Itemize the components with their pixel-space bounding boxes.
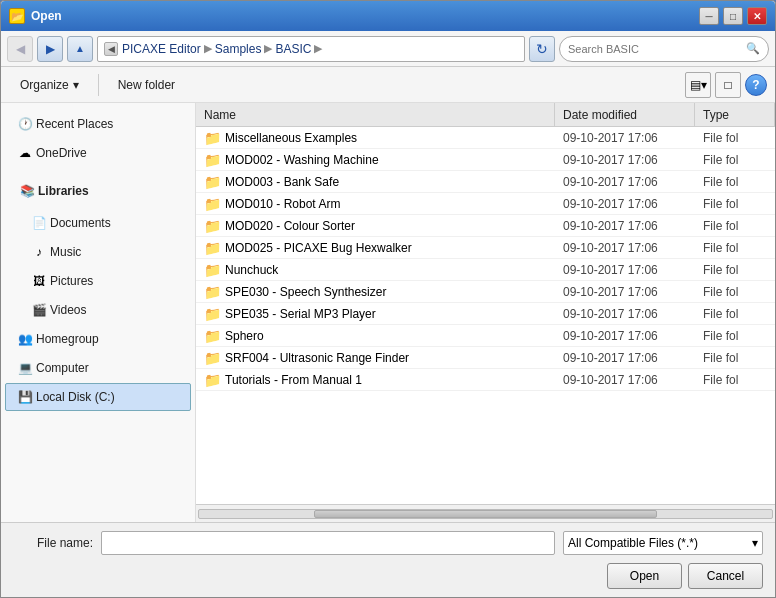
column-name-header[interactable]: Name <box>196 103 555 126</box>
sidebar-item-onedrive[interactable]: ☁ OneDrive <box>5 139 191 167</box>
folder-icon: 📁 <box>204 284 221 300</box>
minimize-button[interactable]: ─ <box>699 7 719 25</box>
table-row[interactable]: 📁 SPE030 - Speech Synthesizer 09-10-2017… <box>196 281 775 303</box>
breadcrumb-item-picaxe[interactable]: PICAXE Editor <box>122 42 201 56</box>
open-label: Open <box>630 569 659 583</box>
file-type-cell: File fol <box>695 131 775 145</box>
sidebar-item-libraries[interactable]: 📚 Libraries <box>15 177 181 205</box>
table-row[interactable]: 📁 Miscellaneous Examples 09-10-2017 17:0… <box>196 127 775 149</box>
back-button[interactable]: ◀ <box>7 36 33 62</box>
table-row[interactable]: 📁 Sphero 09-10-2017 17:06 File fol <box>196 325 775 347</box>
toolbar-divider <box>98 74 99 96</box>
file-name-text: MOD020 - Colour Sorter <box>225 219 355 233</box>
sidebar-item-music[interactable]: ♪ Music <box>5 238 191 266</box>
breadcrumb[interactable]: ◀ PICAXE Editor ▶ Samples ▶ BASIC ▶ <box>97 36 525 62</box>
organize-button[interactable]: Organize ▾ <box>9 71 90 99</box>
sidebar-item-label: Recent Places <box>36 117 113 131</box>
pictures-icon: 🖼 <box>28 272 50 290</box>
title-bar: 📂 Open ─ □ ✕ <box>1 1 775 31</box>
file-name-text: MOD002 - Washing Machine <box>225 153 379 167</box>
sidebar-item-label: Homegroup <box>36 332 99 346</box>
sidebar-item-local-disk[interactable]: 💾 Local Disk (C:) <box>5 383 191 411</box>
file-name-cell: 📁 SPE030 - Speech Synthesizer <box>196 284 555 300</box>
h-scroll-thumb[interactable] <box>314 510 658 518</box>
table-row[interactable]: 📁 MOD010 - Robot Arm 09-10-2017 17:06 Fi… <box>196 193 775 215</box>
homegroup-icon: 👥 <box>14 330 36 348</box>
folder-icon: 📁 <box>204 218 221 234</box>
breadcrumb-label: Samples <box>215 42 262 56</box>
table-row[interactable]: 📁 MOD003 - Bank Safe 09-10-2017 17:06 Fi… <box>196 171 775 193</box>
preview-button[interactable]: □ <box>715 72 741 98</box>
table-row[interactable]: 📁 SPE035 - Serial MP3 Player 09-10-2017 … <box>196 303 775 325</box>
filename-label: File name: <box>13 536 93 550</box>
view-icon: ▤ <box>690 78 701 92</box>
dialog-title: Open <box>31 9 699 23</box>
cancel-button[interactable]: Cancel <box>688 563 763 589</box>
table-row[interactable]: 📁 Nunchuck 09-10-2017 17:06 File fol <box>196 259 775 281</box>
help-button[interactable]: ? <box>745 74 767 96</box>
open-button[interactable]: Open <box>607 563 682 589</box>
file-name-cell: 📁 SPE035 - Serial MP3 Player <box>196 306 555 322</box>
breadcrumb-sep-3: ▶ <box>314 42 322 55</box>
table-row[interactable]: 📁 MOD020 - Colour Sorter 09-10-2017 17:0… <box>196 215 775 237</box>
close-button[interactable]: ✕ <box>747 7 767 25</box>
table-row[interactable]: 📁 SRF004 - Ultrasonic Range Finder 09-10… <box>196 347 775 369</box>
breadcrumb-sep-1: ▶ <box>204 42 212 55</box>
local-disk-icon: 💾 <box>14 388 36 406</box>
file-name-cell: 📁 MOD025 - PICAXE Bug Hexwalker <box>196 240 555 256</box>
file-name-cell: 📁 Miscellaneous Examples <box>196 130 555 146</box>
file-date-cell: 09-10-2017 17:06 <box>555 241 695 255</box>
file-type-cell: File fol <box>695 197 775 211</box>
search-icon[interactable]: 🔍 <box>746 42 760 55</box>
search-input[interactable] <box>568 43 742 55</box>
folder-icon: 📁 <box>204 130 221 146</box>
music-icon: ♪ <box>28 243 50 261</box>
folder-icon: 📁 <box>204 350 221 366</box>
toolbar-right: ▤ ▾ □ ? <box>685 72 767 98</box>
file-type-cell: File fol <box>695 153 775 167</box>
up-button[interactable]: ▲ <box>67 36 93 62</box>
dropdown-arrow-icon: ▾ <box>752 536 758 550</box>
file-type-cell: File fol <box>695 329 775 343</box>
documents-icon: 📄 <box>28 214 50 232</box>
breadcrumb-item-samples[interactable]: Samples <box>215 42 262 56</box>
file-date-cell: 09-10-2017 17:06 <box>555 307 695 321</box>
file-name-text: MOD025 - PICAXE Bug Hexwalker <box>225 241 412 255</box>
file-type-cell: File fol <box>695 241 775 255</box>
file-list-container: Name Date modified Type 📁 Miscellaneous … <box>196 103 775 522</box>
file-date-cell: 09-10-2017 17:06 <box>555 197 695 211</box>
file-type-cell: File fol <box>695 285 775 299</box>
refresh-button[interactable]: ↻ <box>529 36 555 62</box>
sidebar-item-computer[interactable]: 💻 Computer <box>5 354 191 382</box>
sidebar-item-label: Libraries <box>38 184 89 198</box>
sidebar-item-videos[interactable]: 🎬 Videos <box>5 296 191 324</box>
file-date-cell: 09-10-2017 17:06 <box>555 373 695 387</box>
horizontal-scrollbar[interactable] <box>196 504 775 522</box>
table-row[interactable]: 📁 MOD002 - Washing Machine 09-10-2017 17… <box>196 149 775 171</box>
file-type-cell: File fol <box>695 307 775 321</box>
sidebar-item-recent-places[interactable]: 🕐 Recent Places <box>5 110 191 138</box>
file-name-text: SRF004 - Ultrasonic Range Finder <box>225 351 409 365</box>
filename-input[interactable] <box>101 531 555 555</box>
breadcrumb-item-basic[interactable]: BASIC <box>275 42 311 56</box>
sidebar-item-homegroup[interactable]: 👥 Homegroup <box>5 325 191 353</box>
breadcrumb-label: BASIC <box>275 42 311 56</box>
file-name-text: SPE030 - Speech Synthesizer <box>225 285 386 299</box>
new-folder-button[interactable]: New folder <box>107 71 186 99</box>
sidebar-item-pictures[interactable]: 🖼 Pictures <box>5 267 191 295</box>
column-date-header[interactable]: Date modified <box>555 103 695 126</box>
file-name-text: Tutorials - From Manual 1 <box>225 373 362 387</box>
table-row[interactable]: 📁 Tutorials - From Manual 1 09-10-2017 1… <box>196 369 775 391</box>
column-type-header[interactable]: Type <box>695 103 775 126</box>
file-date-cell: 09-10-2017 17:06 <box>555 263 695 277</box>
maximize-button[interactable]: □ <box>723 7 743 25</box>
filetype-value: All Compatible Files (*.*) <box>568 536 698 550</box>
breadcrumb-arrow[interactable]: ◀ <box>104 42 118 56</box>
sidebar-item-documents[interactable]: 📄 Documents <box>5 209 191 237</box>
h-scroll-track <box>198 509 773 519</box>
table-row[interactable]: 📁 MOD025 - PICAXE Bug Hexwalker 09-10-20… <box>196 237 775 259</box>
view-button[interactable]: ▤ ▾ <box>685 72 711 98</box>
forward-button[interactable]: ▶ <box>37 36 63 62</box>
file-name-cell: 📁 SRF004 - Ultrasonic Range Finder <box>196 350 555 366</box>
filetype-dropdown[interactable]: All Compatible Files (*.*) ▾ <box>563 531 763 555</box>
